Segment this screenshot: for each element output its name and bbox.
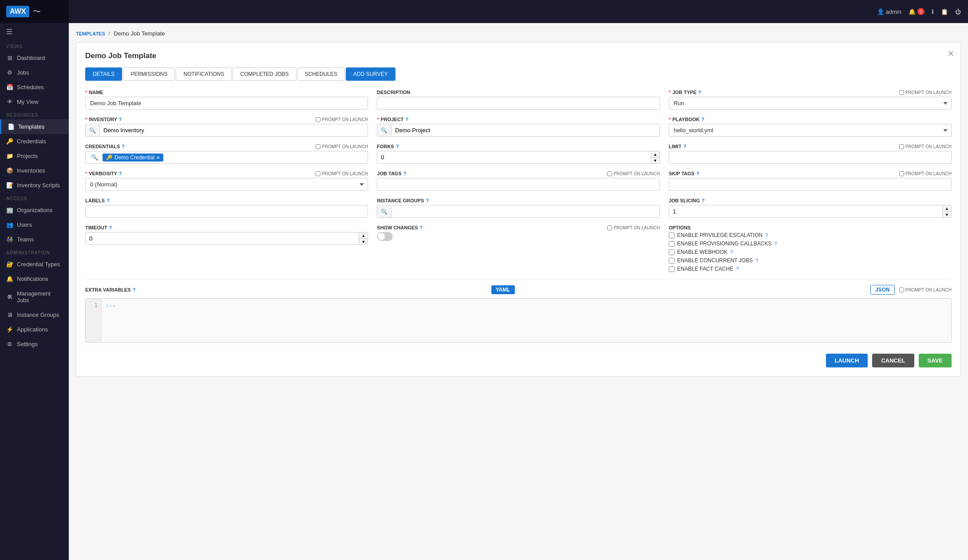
info-button[interactable]: ℹ	[932, 8, 934, 15]
show-changes-toggle[interactable]	[377, 232, 393, 241]
sidebar-item-notifications[interactable]: 🔔Notifications	[0, 272, 69, 286]
sidebar-item-applications[interactable]: ⚡Applications	[0, 322, 69, 337]
sidebar-item-projects[interactable]: 📁Projects	[0, 149, 69, 163]
privilege-escalation-help[interactable]: ?	[765, 233, 768, 238]
skip-tags-input[interactable]	[669, 178, 952, 191]
verbosity-prompt-checkbox[interactable]	[316, 171, 320, 176]
inventory-search-icon[interactable]: 🔍	[86, 125, 100, 136]
instance-groups-input[interactable]	[391, 205, 659, 217]
sidebar-item-credential-types[interactable]: 🔐Credential Types	[0, 257, 69, 272]
limit-prompt-checkbox[interactable]	[899, 144, 904, 149]
tab-permissions[interactable]: PERMISSIONS	[123, 67, 175, 81]
job-type-help-icon[interactable]: ?	[698, 90, 701, 95]
json-button[interactable]: JSON	[870, 285, 895, 295]
sidebar-item-dashboard[interactable]: ⊞Dashboard	[0, 51, 69, 65]
notifications-bell[interactable]: 🔔 0	[909, 8, 925, 15]
credentials-input-wrap[interactable]: 🔍 🔑 Demo Credential ×	[85, 151, 368, 164]
credentials-search-icon[interactable]: 🔍	[89, 153, 100, 162]
show-changes-help-icon[interactable]: ?	[420, 225, 423, 230]
launch-button[interactable]: LAUNCH	[826, 354, 868, 367]
sidebar-toggle[interactable]: ☰	[0, 23, 69, 40]
credentials-help-icon[interactable]: ?	[122, 144, 125, 149]
clipboard-button[interactable]: 📋	[941, 8, 948, 15]
job-slicing-down[interactable]: ▼	[942, 212, 951, 217]
sidebar-item-jobs[interactable]: ⚙Jobs	[0, 65, 69, 80]
credentials-prompt-checkbox[interactable]	[316, 144, 320, 149]
timeout-down[interactable]: ▼	[359, 239, 367, 245]
sidebar-item-credentials[interactable]: 🔑Credentials	[0, 134, 69, 149]
save-button[interactable]: SAVE	[919, 354, 952, 367]
sidebar-item-my-view[interactable]: 👁My View	[0, 95, 69, 109]
sidebar-item-teams[interactable]: 👫Teams	[0, 232, 69, 247]
job-slicing-input[interactable]	[669, 205, 942, 217]
tab-add-survey[interactable]: ADD SURVEY	[346, 67, 395, 81]
skip-tags-prompt-checkbox[interactable]	[899, 171, 904, 176]
limit-help-icon[interactable]: ?	[683, 144, 686, 149]
job-tags-prompt-checkbox[interactable]	[607, 171, 612, 176]
instance-groups-help-icon[interactable]: ?	[426, 198, 429, 203]
sidebar-item-inventory-scripts[interactable]: 📝Inventory Scripts	[0, 178, 69, 193]
playbook-select[interactable]: hello_world.yml	[669, 124, 952, 137]
yaml-button[interactable]: YAML	[491, 285, 515, 294]
project-input[interactable]	[391, 124, 659, 136]
card-close-button[interactable]: ✕	[948, 49, 954, 59]
forks-down[interactable]: ▼	[651, 158, 660, 163]
tab-notifications[interactable]: NOTIFICATIONS	[176, 67, 232, 81]
sidebar-item-users[interactable]: 👥Users	[0, 217, 69, 232]
sidebar-item-inventories[interactable]: 📦Inventories	[0, 163, 69, 178]
timeout-up[interactable]: ▲	[359, 233, 367, 239]
inventory-help-icon[interactable]: ?	[119, 117, 122, 122]
job-tags-input[interactable]	[377, 178, 660, 191]
skip-tags-help-icon[interactable]: ?	[696, 171, 699, 176]
code-content[interactable]: ---	[102, 299, 951, 342]
tab-completed-jobs[interactable]: COMPLETED JOBS	[233, 67, 296, 81]
job-type-prompt-checkbox[interactable]	[899, 90, 904, 95]
show-changes-prompt-checkbox[interactable]	[607, 225, 612, 230]
job-slicing-help-icon[interactable]: ?	[702, 198, 705, 203]
limit-input[interactable]	[669, 151, 952, 164]
verbosity-help-icon[interactable]: ?	[119, 171, 122, 176]
job-tags-help-icon[interactable]: ?	[403, 171, 407, 176]
extra-vars-help-icon[interactable]: ?	[133, 287, 136, 292]
fact-cache-checkbox[interactable]	[669, 266, 675, 272]
playbook-help-icon[interactable]: ?	[701, 117, 704, 122]
sidebar-item-instance-groups[interactable]: 🖥Instance Groups	[0, 308, 69, 322]
provisioning-callbacks-checkbox[interactable]	[669, 241, 675, 247]
sidebar-item-templates[interactable]: 📄Templates	[0, 119, 69, 134]
forks-up[interactable]: ▲	[651, 151, 660, 158]
privilege-escalation-checkbox[interactable]	[669, 233, 675, 238]
extra-vars-prompt-checkbox[interactable]	[899, 288, 904, 292]
user-menu[interactable]: 👤 admin	[877, 8, 901, 15]
tab-schedules[interactable]: SCHEDULES	[297, 67, 345, 81]
sidebar-item-organizations[interactable]: 🏢Organizations	[0, 203, 69, 217]
description-input[interactable]	[377, 97, 660, 110]
fact-cache-help[interactable]: ?	[736, 266, 739, 272]
job-slicing-up[interactable]: ▲	[942, 205, 951, 212]
provisioning-callbacks-help[interactable]: ?	[774, 241, 777, 246]
sidebar-item-settings[interactable]: ⚙Settings	[0, 337, 69, 351]
credentials-search-input[interactable]	[166, 154, 233, 161]
timeout-input[interactable]	[86, 233, 359, 245]
forks-help-icon[interactable]: ?	[396, 144, 399, 149]
instance-groups-search-icon[interactable]: 🔍	[377, 206, 391, 217]
cred-tag-remove[interactable]: ×	[156, 154, 160, 161]
breadcrumb-parent[interactable]: TEMPLATES	[76, 31, 105, 36]
verbosity-select[interactable]: 0 (Normal) 1 (Verbose) 2 (More Verbose) …	[85, 178, 368, 191]
concurrent-jobs-help[interactable]: ?	[755, 258, 758, 263]
sidebar-item-schedules[interactable]: 📅Schedules	[0, 80, 69, 95]
forks-input[interactable]	[377, 151, 650, 163]
job-type-select[interactable]: Run Check	[669, 97, 952, 110]
inventory-prompt-checkbox[interactable]	[316, 117, 320, 122]
cancel-button[interactable]: CANCEL	[872, 354, 914, 367]
labels-input[interactable]	[85, 205, 368, 218]
tab-details[interactable]: DETAILS	[85, 67, 122, 81]
labels-help-icon[interactable]: ?	[107, 198, 110, 203]
project-search-icon[interactable]: 🔍	[377, 125, 391, 136]
name-input[interactable]	[85, 97, 368, 110]
timeout-help-icon[interactable]: ?	[109, 225, 112, 230]
inventory-input[interactable]	[100, 124, 367, 136]
project-help-icon[interactable]: ?	[406, 117, 409, 122]
webhook-help[interactable]: ?	[730, 249, 733, 255]
extra-vars-editor[interactable]: 1 ---	[85, 298, 952, 343]
logout-button[interactable]: ⏻	[955, 8, 961, 15]
